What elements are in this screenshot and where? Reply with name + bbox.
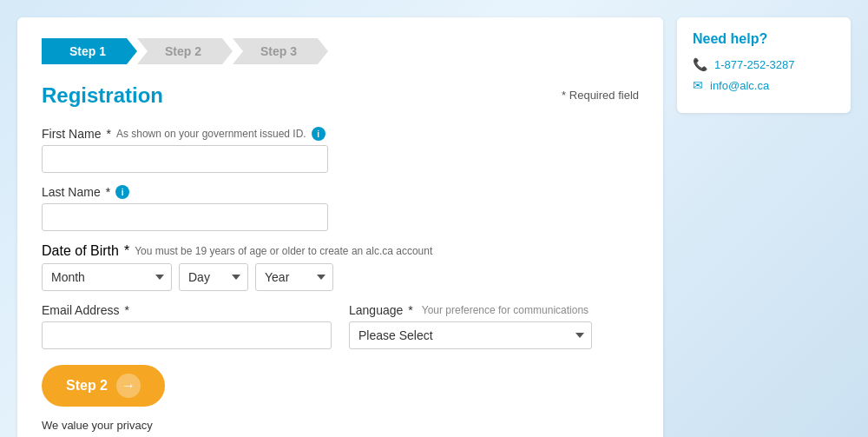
email-icon: ✉	[693, 78, 703, 92]
phone-icon: 📞	[693, 57, 707, 71]
dob-age-note: You must be 19 years of age or older to …	[135, 245, 432, 257]
last-name-group: Last Name * i	[42, 185, 639, 231]
privacy-title: We value your privacy	[42, 419, 639, 432]
dob-label-text: Date of Birth	[42, 243, 119, 259]
privacy-section: We value your privacy Learn more about o…	[42, 419, 639, 437]
page-title: Registration	[42, 83, 163, 108]
first-name-input[interactable]	[42, 145, 328, 173]
step-2[interactable]: Step 2	[137, 38, 233, 64]
first-name-note: As shown on your government issued ID.	[116, 128, 306, 140]
form-header: Registration * Required field	[42, 83, 639, 111]
email-group: Email Address *	[42, 303, 332, 349]
help-phone-item: 📞 1-877-252-3287	[693, 57, 835, 71]
first-name-info-icon[interactable]: i	[312, 127, 326, 141]
email-input[interactable]	[42, 321, 332, 349]
step2-arrow-icon: →	[116, 374, 141, 398]
dob-required: *	[124, 243, 129, 259]
email-required: *	[124, 303, 128, 317]
help-email-link[interactable]: info@alc.ca	[710, 79, 769, 92]
language-select[interactable]: Please Select English French	[349, 321, 592, 349]
dob-group: Date of Birth * You must be 19 years of …	[42, 243, 639, 291]
step-3-label[interactable]: Step 3	[233, 38, 328, 64]
step-3[interactable]: Step 3	[233, 38, 328, 64]
dob-label-row: Date of Birth * You must be 19 years of …	[42, 243, 639, 259]
first-name-label: First Name * As shown on your government…	[42, 127, 639, 141]
dob-year-select[interactable]: Year 2005200420032002 2000199919901980 1…	[255, 263, 333, 291]
first-name-required: *	[106, 127, 110, 141]
last-name-required: *	[106, 185, 110, 199]
step-2-label[interactable]: Step 2	[137, 38, 233, 64]
step-1[interactable]: Step 1	[42, 38, 137, 64]
step2-button-label: Step 2	[66, 378, 108, 394]
language-label: Language * Your preference for communica…	[349, 303, 639, 317]
stepper: Step 1 Step 2 Step 3	[42, 38, 639, 64]
help-email-item: ✉ info@alc.ca	[693, 78, 835, 92]
help-phone-link[interactable]: 1-877-252-3287	[714, 58, 795, 71]
dob-selects-row: Month JanuaryFebruaryMarch AprilMayJune …	[42, 263, 639, 291]
help-card: Need help? 📞 1-877-252-3287 ✉ info@alc.c…	[677, 17, 851, 113]
help-title: Need help?	[693, 31, 835, 47]
language-note: Your preference for communications	[422, 304, 589, 316]
dob-month-select[interactable]: Month JanuaryFebruaryMarch AprilMayJune …	[42, 263, 172, 291]
language-group: Language * Your preference for communica…	[349, 303, 639, 349]
first-name-group: First Name * As shown on your government…	[42, 127, 639, 173]
last-name-info-icon[interactable]: i	[115, 185, 129, 199]
language-required: *	[408, 303, 412, 317]
required-note: * Required field	[562, 89, 639, 102]
registration-card: Step 1 Step 2 Step 3 Registration * Requ…	[17, 17, 663, 437]
first-name-label-text: First Name	[42, 127, 101, 141]
last-name-label-text: Last Name	[42, 185, 101, 199]
dob-day-select[interactable]: Day 1234 5678 9101112 13141516 17181920 …	[179, 263, 248, 291]
email-language-row: Email Address * Language * Your preferen…	[42, 303, 639, 349]
step-1-label[interactable]: Step 1	[42, 38, 137, 64]
last-name-label: Last Name * i	[42, 185, 639, 199]
language-label-text: Language	[349, 303, 403, 317]
step2-button[interactable]: Step 2 →	[42, 365, 165, 407]
last-name-input[interactable]	[42, 203, 328, 231]
email-label: Email Address *	[42, 303, 332, 317]
email-label-text: Email Address	[42, 303, 119, 317]
